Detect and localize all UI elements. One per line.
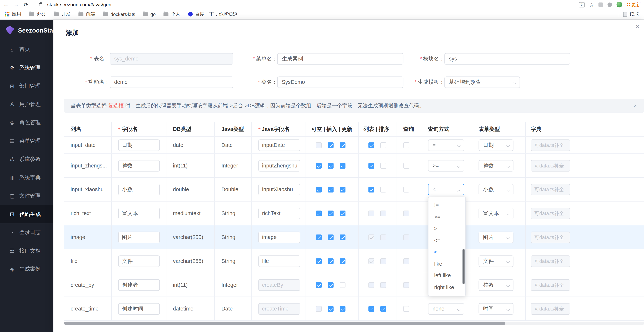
dropdown-option-selected[interactable]: < [428, 246, 466, 258]
update-checkbox[interactable] [340, 258, 345, 264]
dict-input[interactable]: 可data.ts补全 [531, 303, 570, 314]
sort-checkbox[interactable] [380, 163, 386, 169]
scrollbar-thumb[interactable] [64, 322, 505, 325]
bookmark-folder-office[interactable]: 办公 [29, 11, 46, 17]
bookmark-folder-frontend[interactable]: 前端 [78, 11, 95, 17]
bookmark-folder-docker[interactable]: docker&k8s [103, 12, 135, 17]
dropdown-option[interactable]: like [428, 258, 466, 270]
java-field-input[interactable]: inputXiaoshu [258, 184, 300, 195]
field-name-input[interactable]: 图片 [118, 231, 160, 243]
nullable-checkbox[interactable] [316, 234, 322, 240]
sort-checkbox[interactable] [380, 234, 386, 240]
sort-checkbox[interactable] [380, 210, 386, 216]
list-checkbox[interactable] [368, 187, 374, 192]
list-checkbox[interactable] [368, 163, 374, 169]
star-icon[interactable]: ☆ [589, 2, 594, 7]
dict-input[interactable]: 可data.ts补全 [531, 231, 570, 243]
java-field-input[interactable]: createTime [258, 303, 300, 314]
bookmark-folder-dev[interactable]: 开发 [54, 11, 71, 17]
list-checkbox[interactable] [368, 142, 374, 148]
sort-checkbox[interactable] [380, 187, 386, 192]
extension-icon[interactable] [598, 2, 603, 7]
insert-checkbox[interactable] [328, 210, 334, 216]
dict-input[interactable]: 可data.ts补全 [531, 139, 570, 151]
close-icon[interactable]: × [636, 23, 639, 30]
list-checkbox[interactable] [368, 258, 374, 264]
field-name-input[interactable]: 富文本 [118, 208, 160, 219]
dict-input[interactable]: 可data.ts补全 [531, 160, 570, 171]
java-field-input[interactable]: inputZhengshu [258, 160, 300, 171]
class-name-field[interactable]: SysDemo [277, 76, 403, 88]
field-name-input[interactable]: 日期 [118, 139, 160, 151]
dropdown-option[interactable]: != [428, 200, 466, 211]
sort-checkbox[interactable] [380, 306, 386, 312]
form-type-select[interactable]: 整数 [478, 279, 514, 291]
dropdown-option[interactable]: <= [428, 235, 466, 246]
module-name-field[interactable]: sys [444, 53, 570, 65]
query-checkbox[interactable] [403, 282, 409, 288]
query-checkbox[interactable] [403, 234, 409, 240]
template-select[interactable]: 基础增删改查 [444, 76, 520, 88]
update-checkbox[interactable] [340, 187, 345, 192]
nullable-checkbox[interactable] [316, 258, 322, 264]
field-name-input[interactable]: 整数 [118, 160, 160, 171]
forward-icon[interactable]: → [14, 2, 19, 7]
list-checkbox[interactable] [368, 234, 374, 240]
sort-checkbox[interactable] [380, 142, 386, 148]
dict-input[interactable]: 可data.ts补全 [531, 255, 570, 267]
form-type-select[interactable]: 日期 [478, 139, 514, 151]
bookmark-baidu[interactable]: 百度一下，你就知道 [188, 11, 238, 17]
query-checkbox[interactable] [403, 163, 409, 169]
field-name-input[interactable]: 小数 [118, 184, 160, 195]
java-field-input[interactable]: file [258, 255, 300, 267]
list-checkbox[interactable] [368, 306, 374, 312]
form-type-select[interactable]: 小数 [478, 184, 514, 195]
insert-checkbox[interactable] [328, 234, 334, 240]
nullable-checkbox[interactable] [316, 210, 322, 216]
bookmark-apps[interactable]: 应用 [5, 11, 22, 17]
translate-icon[interactable]: 文 [579, 2, 584, 7]
dict-input[interactable]: 可data.ts补全 [531, 208, 570, 219]
dict-input[interactable]: 可data.ts补全 [531, 184, 570, 195]
nullable-checkbox[interactable] [316, 306, 322, 312]
query-checkbox[interactable] [403, 210, 409, 216]
query-mode-select[interactable]: >= [428, 160, 464, 171]
insert-checkbox[interactable] [328, 142, 334, 148]
dropdown-option[interactable]: >= [428, 211, 466, 223]
form-type-select[interactable]: 文件 [478, 255, 514, 267]
update-checkbox[interactable] [340, 282, 345, 288]
table-name-field[interactable]: sys_demo [110, 53, 233, 65]
update-checkbox[interactable] [340, 234, 345, 240]
dropdown-option[interactable]: left like [428, 270, 466, 282]
extension-icon-2[interactable] [608, 2, 612, 7]
dropdown-scrollbar-thumb[interactable] [462, 249, 464, 284]
nullable-checkbox[interactable] [316, 187, 322, 192]
update-checkbox[interactable] [340, 306, 345, 312]
sort-checkbox[interactable] [380, 282, 386, 288]
update-checkbox[interactable] [340, 142, 345, 148]
query-mode-select[interactable]: = [428, 139, 464, 151]
back-icon[interactable]: ← [3, 2, 9, 7]
alert-close-icon[interactable]: × [634, 103, 638, 108]
insert-checkbox[interactable] [328, 282, 334, 288]
update-button[interactable]: 更新 [627, 2, 641, 8]
profile-avatar[interactable] [616, 2, 622, 7]
nullable-checkbox[interactable] [316, 282, 322, 288]
url-bar[interactable]: stack.seezoon.com/#/sys/gen [47, 2, 112, 7]
dropdown-option[interactable]: > [428, 223, 466, 235]
update-checkbox[interactable] [340, 163, 345, 169]
insert-checkbox[interactable] [328, 306, 334, 312]
query-mode-select-open[interactable]: < [428, 184, 464, 195]
menu-name-field[interactable]: 生成案例 [277, 53, 403, 65]
sort-checkbox[interactable] [380, 258, 386, 264]
form-type-select[interactable]: 富文本 [478, 208, 514, 219]
insert-checkbox[interactable] [328, 258, 334, 264]
form-type-select[interactable]: 时间 [478, 303, 514, 314]
nullable-checkbox[interactable] [316, 142, 322, 148]
list-checkbox[interactable] [368, 282, 374, 288]
function-name-field[interactable]: demo [110, 76, 233, 88]
insert-checkbox[interactable] [328, 187, 334, 192]
form-type-select[interactable]: 整数 [478, 160, 514, 171]
bookmark-folder-go[interactable]: go [143, 12, 156, 17]
form-type-select[interactable]: 图片 [478, 231, 514, 243]
